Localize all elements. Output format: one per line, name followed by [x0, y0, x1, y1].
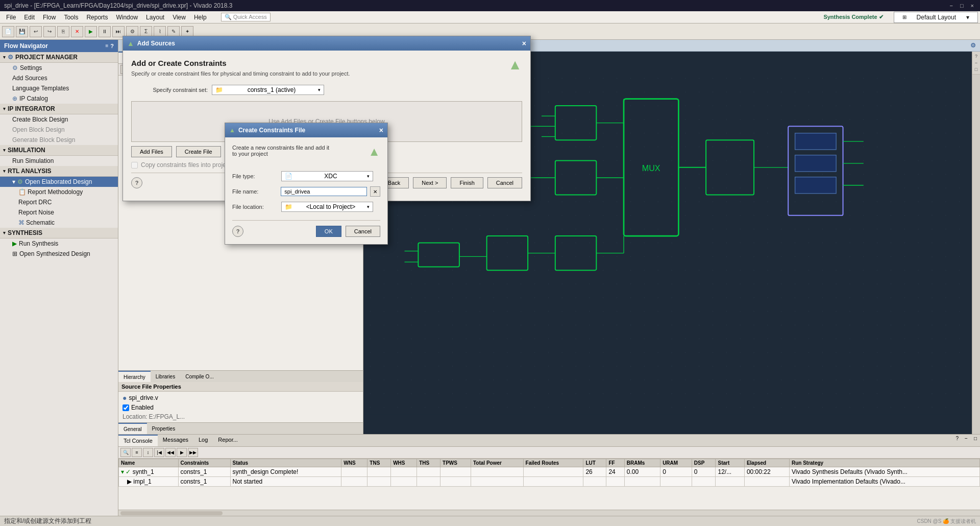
btm-sort-btn[interactable]: ↕: [143, 448, 153, 457]
menu-file[interactable]: File: [2, 13, 20, 22]
redo-button[interactable]: ↪: [43, 26, 56, 37]
stop-button[interactable]: ⏸: [99, 26, 111, 37]
btm-tab-reports[interactable]: Repor...: [213, 435, 243, 446]
menu-flow[interactable]: Flow: [39, 13, 60, 22]
add-sources-help-button[interactable]: ?: [131, 177, 142, 188]
section-rtl-analysis[interactable]: ▾ RTL ANALYSIS: [0, 166, 118, 177]
nav-ip-catalog[interactable]: ⊕ IP Catalog: [0, 93, 118, 104]
nav-settings[interactable]: ⚙ Settings: [0, 63, 118, 73]
nav-open-synthesized-design[interactable]: ⊞ Open Synthesized Design: [0, 249, 118, 259]
file-name-row: File name: ✕: [232, 186, 380, 197]
nav-create-block-design[interactable]: Create Block Design: [0, 114, 118, 125]
tab-libraries[interactable]: Libraries: [151, 371, 180, 382]
synth-triangle-icon: ▾: [3, 230, 6, 235]
section-project-manager[interactable]: ▾ ⚙ PROJECT MANAGER: [0, 52, 118, 63]
file-name-clear-button[interactable]: ✕: [370, 186, 380, 197]
tab-general[interactable]: General: [118, 423, 147, 434]
tab-compile[interactable]: Compile O...: [180, 371, 219, 382]
btm-tab-tcl[interactable]: Tcl Console: [118, 435, 158, 446]
cc-ok-button[interactable]: OK: [316, 226, 341, 237]
menu-edit[interactable]: Edit: [20, 13, 39, 22]
rp-help-icon[interactable]: ?: [975, 54, 977, 59]
menu-tools[interactable]: Tools: [60, 13, 82, 22]
nav-report-noise[interactable]: Report Noise: [0, 207, 118, 218]
minimize-button[interactable]: −: [947, 3, 954, 9]
props-title: Source File Properties: [118, 382, 363, 392]
nav-add-sources[interactable]: Add Sources: [0, 73, 118, 83]
nav-run-simulation[interactable]: Run Simulation: [0, 156, 118, 166]
menu-view[interactable]: View: [168, 13, 190, 22]
bottom-toolbar: 🔍 ≡ ↕ |◀ ◀◀ ▶ ▶▶: [118, 447, 980, 459]
nav-schematic[interactable]: ⌘ Schematic: [0, 218, 118, 228]
right-design-panel: ? − □: [972, 52, 980, 434]
constraint-set-dropdown[interactable]: 📁 constrs_1 (active) ▾: [212, 85, 324, 95]
menu-window[interactable]: Window: [112, 13, 142, 22]
enabled-checkbox[interactable]: [122, 404, 129, 411]
btm-list-btn[interactable]: ≡: [132, 448, 142, 457]
btm-search-btn[interactable]: 🔍: [120, 448, 131, 457]
nav-report-methodology[interactable]: 📋 Report Methodology: [0, 187, 118, 197]
btm-expand-icon[interactable]: □: [971, 435, 980, 446]
menu-layout[interactable]: Layout: [142, 13, 168, 22]
btm-tab-messages[interactable]: Messages: [158, 435, 193, 446]
table-row[interactable]: ▶ impl_1 constrs_1 Not started: [119, 477, 980, 487]
nav-collapse-icon[interactable]: ≡: [105, 43, 108, 49]
col-run-strategy: Run Strategy: [789, 459, 979, 467]
btm-minimize-icon[interactable]: −: [962, 435, 971, 446]
header-gear-icon[interactable]: ⚙: [970, 42, 976, 49]
location-folder-icon: 📁: [285, 203, 292, 210]
statusbar: 指定和/或创建源文件添加到工程 CSDN @S 🍊 支援读者机: [0, 516, 980, 526]
tab-properties[interactable]: Properties: [147, 423, 181, 434]
copy-constraints-checkbox[interactable]: [131, 162, 138, 169]
run-synth-play-icon: ▶: [12, 240, 17, 247]
add-sources-description: Specify or create constraint files for p…: [131, 70, 350, 77]
nav-report-drc[interactable]: Report DRC: [0, 197, 118, 207]
create-file-button[interactable]: Create File: [176, 146, 221, 157]
nav-open-elaborated-design[interactable]: ▾ ⚙ Open Elaborated Design: [0, 177, 118, 187]
btm-play-btn[interactable]: ▶: [177, 448, 187, 457]
close-button[interactable]: ×: [969, 3, 976, 9]
btm-tab-log[interactable]: Log: [193, 435, 213, 446]
new-button[interactable]: 📄: [2, 26, 14, 37]
run-button[interactable]: ▶: [85, 26, 97, 37]
next-button[interactable]: Next >: [413, 177, 447, 188]
add-sources-close-button[interactable]: ×: [522, 39, 526, 47]
file-location-dropdown[interactable]: 📁 <Local to Project> ▾: [281, 202, 373, 212]
rp-expand-icon[interactable]: □: [975, 67, 977, 72]
cell-start-impl1: [716, 477, 744, 487]
create-constraints-close-button[interactable]: ×: [379, 126, 383, 134]
create-constraints-help-button[interactable]: ?: [232, 226, 243, 237]
cancel-button[interactable]: Cancel: [487, 177, 522, 188]
section-ip-integrator[interactable]: ▾ IP INTEGRATOR: [0, 104, 118, 114]
save-button[interactable]: 💾: [16, 26, 28, 37]
file-name-input[interactable]: [281, 187, 367, 196]
open-synth-icon: ⊞: [12, 250, 17, 257]
finish-button[interactable]: Finish: [451, 177, 483, 188]
delete-button[interactable]: ✕: [71, 26, 83, 37]
table-row[interactable]: ▾ ✓ synth_1 constrs_1 synth_design Compl…: [119, 467, 980, 477]
undo-button[interactable]: ↩: [30, 26, 42, 37]
cc-cancel-button[interactable]: Cancel: [346, 226, 380, 237]
file-type-dropdown[interactable]: 📄 XDC ▾: [281, 171, 373, 181]
tab-hierarchy[interactable]: Hierarchy: [118, 371, 151, 382]
btm-prev-btn[interactable]: ◀◀: [165, 448, 176, 457]
menu-reports[interactable]: Reports: [82, 13, 112, 22]
nav-language-templates[interactable]: Language Templates: [0, 83, 118, 93]
horizontal-scrollbar[interactable]: [118, 510, 980, 516]
section-simulation[interactable]: ▾ SIMULATION: [0, 145, 118, 156]
menu-help[interactable]: Help: [190, 13, 211, 22]
cell-lut-synth1: 26: [583, 467, 606, 477]
nav-run-synthesis[interactable]: ▶ Run Synthesis: [0, 238, 118, 249]
btm-help-icon[interactable]: ?: [953, 435, 962, 446]
nav-help-icon[interactable]: ?: [110, 43, 114, 49]
section-synthesis[interactable]: ▾ SYNTHESIS: [0, 228, 118, 238]
rp-minimize-icon[interactable]: −: [975, 60, 977, 65]
scrollbar-thumb[interactable]: [120, 511, 223, 515]
btm-first-btn[interactable]: |◀: [154, 448, 164, 457]
btm-next-btn[interactable]: ▶▶: [188, 448, 198, 457]
maximize-button[interactable]: □: [958, 3, 966, 9]
add-files-button[interactable]: Add Files: [131, 146, 172, 157]
default-layout-button[interactable]: ⊞ Default Layout ▾: [894, 12, 978, 23]
quick-access[interactable]: 🔍 Quick Access: [221, 13, 271, 21]
copy-button[interactable]: ⎘: [57, 26, 69, 37]
